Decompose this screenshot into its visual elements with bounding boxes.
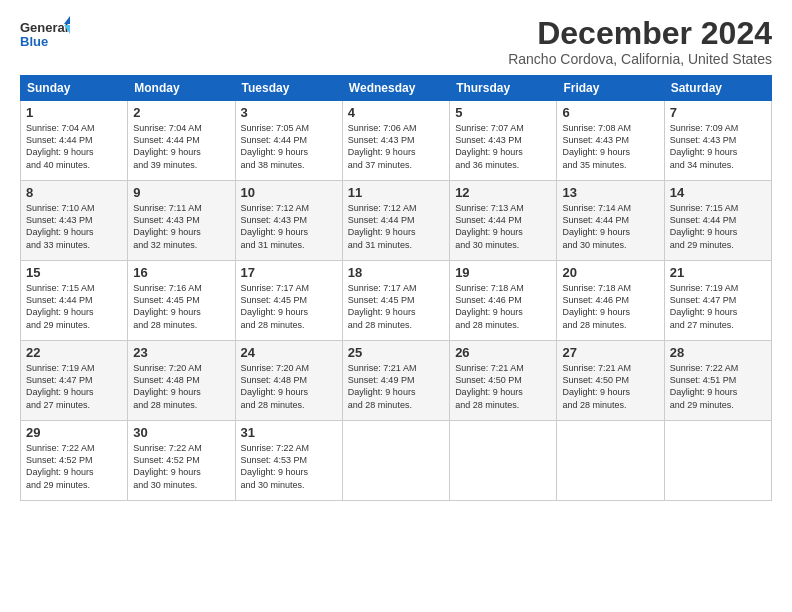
day-number: 4 <box>348 105 444 120</box>
weekday-header: Friday <box>557 76 664 101</box>
cell-details: Sunrise: 7:22 AMSunset: 4:52 PMDaylight:… <box>133 442 229 491</box>
calendar-cell: 2Sunrise: 7:04 AMSunset: 4:44 PMDaylight… <box>128 101 235 181</box>
day-number: 3 <box>241 105 337 120</box>
cell-details: Sunrise: 7:18 AMSunset: 4:46 PMDaylight:… <box>455 282 551 331</box>
calendar-cell: 27Sunrise: 7:21 AMSunset: 4:50 PMDayligh… <box>557 341 664 421</box>
calendar-cell: 9Sunrise: 7:11 AMSunset: 4:43 PMDaylight… <box>128 181 235 261</box>
day-number: 25 <box>348 345 444 360</box>
calendar-cell: 25Sunrise: 7:21 AMSunset: 4:49 PMDayligh… <box>342 341 449 421</box>
logo: General Blue <box>20 16 70 58</box>
cell-details: Sunrise: 7:22 AMSunset: 4:52 PMDaylight:… <box>26 442 122 491</box>
calendar-cell: 19Sunrise: 7:18 AMSunset: 4:46 PMDayligh… <box>450 261 557 341</box>
month-title: December 2024 <box>508 16 772 51</box>
cell-details: Sunrise: 7:19 AMSunset: 4:47 PMDaylight:… <box>670 282 766 331</box>
day-number: 30 <box>133 425 229 440</box>
weekday-header-row: SundayMondayTuesdayWednesdayThursdayFrid… <box>21 76 772 101</box>
cell-details: Sunrise: 7:09 AMSunset: 4:43 PMDaylight:… <box>670 122 766 171</box>
day-number: 7 <box>670 105 766 120</box>
cell-details: Sunrise: 7:05 AMSunset: 4:44 PMDaylight:… <box>241 122 337 171</box>
day-number: 21 <box>670 265 766 280</box>
day-number: 29 <box>26 425 122 440</box>
cell-details: Sunrise: 7:13 AMSunset: 4:44 PMDaylight:… <box>455 202 551 251</box>
day-number: 22 <box>26 345 122 360</box>
cell-details: Sunrise: 7:16 AMSunset: 4:45 PMDaylight:… <box>133 282 229 331</box>
calendar-cell: 11Sunrise: 7:12 AMSunset: 4:44 PMDayligh… <box>342 181 449 261</box>
calendar-cell: 30Sunrise: 7:22 AMSunset: 4:52 PMDayligh… <box>128 421 235 501</box>
weekday-header: Tuesday <box>235 76 342 101</box>
cell-details: Sunrise: 7:06 AMSunset: 4:43 PMDaylight:… <box>348 122 444 171</box>
day-number: 20 <box>562 265 658 280</box>
day-number: 10 <box>241 185 337 200</box>
calendar-cell: 20Sunrise: 7:18 AMSunset: 4:46 PMDayligh… <box>557 261 664 341</box>
cell-details: Sunrise: 7:22 AMSunset: 4:51 PMDaylight:… <box>670 362 766 411</box>
cell-details: Sunrise: 7:20 AMSunset: 4:48 PMDaylight:… <box>241 362 337 411</box>
title-block: December 2024 Rancho Cordova, California… <box>508 16 772 67</box>
weekday-header: Thursday <box>450 76 557 101</box>
day-number: 31 <box>241 425 337 440</box>
calendar-cell: 14Sunrise: 7:15 AMSunset: 4:44 PMDayligh… <box>664 181 771 261</box>
calendar-cell: 6Sunrise: 7:08 AMSunset: 4:43 PMDaylight… <box>557 101 664 181</box>
calendar-cell: 21Sunrise: 7:19 AMSunset: 4:47 PMDayligh… <box>664 261 771 341</box>
day-number: 19 <box>455 265 551 280</box>
calendar-cell: 10Sunrise: 7:12 AMSunset: 4:43 PMDayligh… <box>235 181 342 261</box>
header: General Blue December 2024 Rancho Cordov… <box>20 16 772 67</box>
location-subtitle: Rancho Cordova, California, United State… <box>508 51 772 67</box>
cell-details: Sunrise: 7:04 AMSunset: 4:44 PMDaylight:… <box>26 122 122 171</box>
day-number: 6 <box>562 105 658 120</box>
calendar-cell: 16Sunrise: 7:16 AMSunset: 4:45 PMDayligh… <box>128 261 235 341</box>
calendar-cell: 24Sunrise: 7:20 AMSunset: 4:48 PMDayligh… <box>235 341 342 421</box>
cell-details: Sunrise: 7:19 AMSunset: 4:47 PMDaylight:… <box>26 362 122 411</box>
cell-details: Sunrise: 7:12 AMSunset: 4:43 PMDaylight:… <box>241 202 337 251</box>
day-number: 28 <box>670 345 766 360</box>
calendar-cell <box>342 421 449 501</box>
page: General Blue December 2024 Rancho Cordov… <box>0 0 792 612</box>
calendar-cell: 23Sunrise: 7:20 AMSunset: 4:48 PMDayligh… <box>128 341 235 421</box>
cell-details: Sunrise: 7:18 AMSunset: 4:46 PMDaylight:… <box>562 282 658 331</box>
calendar-week-row: 1Sunrise: 7:04 AMSunset: 4:44 PMDaylight… <box>21 101 772 181</box>
cell-details: Sunrise: 7:21 AMSunset: 4:49 PMDaylight:… <box>348 362 444 411</box>
day-number: 17 <box>241 265 337 280</box>
day-number: 12 <box>455 185 551 200</box>
calendar-cell: 22Sunrise: 7:19 AMSunset: 4:47 PMDayligh… <box>21 341 128 421</box>
day-number: 5 <box>455 105 551 120</box>
calendar-cell: 5Sunrise: 7:07 AMSunset: 4:43 PMDaylight… <box>450 101 557 181</box>
day-number: 26 <box>455 345 551 360</box>
calendar-cell: 17Sunrise: 7:17 AMSunset: 4:45 PMDayligh… <box>235 261 342 341</box>
calendar-cell: 31Sunrise: 7:22 AMSunset: 4:53 PMDayligh… <box>235 421 342 501</box>
cell-details: Sunrise: 7:17 AMSunset: 4:45 PMDaylight:… <box>348 282 444 331</box>
svg-text:General: General <box>20 20 68 35</box>
calendar-cell: 1Sunrise: 7:04 AMSunset: 4:44 PMDaylight… <box>21 101 128 181</box>
cell-details: Sunrise: 7:22 AMSunset: 4:53 PMDaylight:… <box>241 442 337 491</box>
day-number: 14 <box>670 185 766 200</box>
day-number: 23 <box>133 345 229 360</box>
calendar-cell: 12Sunrise: 7:13 AMSunset: 4:44 PMDayligh… <box>450 181 557 261</box>
day-number: 13 <box>562 185 658 200</box>
calendar-cell <box>664 421 771 501</box>
calendar-cell: 8Sunrise: 7:10 AMSunset: 4:43 PMDaylight… <box>21 181 128 261</box>
calendar-body: 1Sunrise: 7:04 AMSunset: 4:44 PMDaylight… <box>21 101 772 501</box>
day-number: 16 <box>133 265 229 280</box>
cell-details: Sunrise: 7:04 AMSunset: 4:44 PMDaylight:… <box>133 122 229 171</box>
cell-details: Sunrise: 7:14 AMSunset: 4:44 PMDaylight:… <box>562 202 658 251</box>
cell-details: Sunrise: 7:11 AMSunset: 4:43 PMDaylight:… <box>133 202 229 251</box>
day-number: 24 <box>241 345 337 360</box>
day-number: 11 <box>348 185 444 200</box>
cell-details: Sunrise: 7:21 AMSunset: 4:50 PMDaylight:… <box>562 362 658 411</box>
day-number: 9 <box>133 185 229 200</box>
day-number: 18 <box>348 265 444 280</box>
calendar-cell <box>557 421 664 501</box>
day-number: 8 <box>26 185 122 200</box>
cell-details: Sunrise: 7:15 AMSunset: 4:44 PMDaylight:… <box>670 202 766 251</box>
calendar-week-row: 8Sunrise: 7:10 AMSunset: 4:43 PMDaylight… <box>21 181 772 261</box>
weekday-header: Sunday <box>21 76 128 101</box>
calendar-week-row: 22Sunrise: 7:19 AMSunset: 4:47 PMDayligh… <box>21 341 772 421</box>
day-number: 27 <box>562 345 658 360</box>
calendar-cell: 15Sunrise: 7:15 AMSunset: 4:44 PMDayligh… <box>21 261 128 341</box>
calendar-cell <box>450 421 557 501</box>
svg-text:Blue: Blue <box>20 34 48 49</box>
calendar-cell: 18Sunrise: 7:17 AMSunset: 4:45 PMDayligh… <box>342 261 449 341</box>
calendar-cell: 29Sunrise: 7:22 AMSunset: 4:52 PMDayligh… <box>21 421 128 501</box>
day-number: 2 <box>133 105 229 120</box>
day-number: 1 <box>26 105 122 120</box>
weekday-header: Saturday <box>664 76 771 101</box>
